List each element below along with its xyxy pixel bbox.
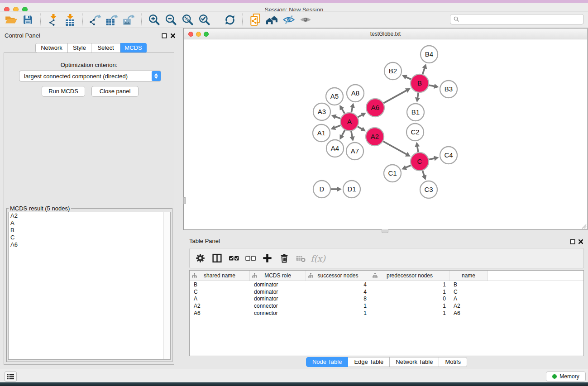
control-panel-float-icon[interactable] — [161, 33, 167, 38]
graph-node-C2[interactable]: C2 — [406, 124, 424, 141]
graph-node-C[interactable]: C — [411, 152, 429, 171]
zoom-fit-button[interactable] — [179, 13, 196, 27]
import-network-button[interactable] — [45, 13, 62, 27]
network-minimize-button[interactable] — [196, 32, 201, 37]
zoom-in-button[interactable] — [146, 13, 163, 27]
network-resize-grip[interactable] — [580, 223, 587, 229]
first-neighbors-button[interactable] — [263, 13, 280, 27]
zoom-selected-button[interactable] — [196, 13, 213, 27]
graph-edge-A6-B[interactable] — [383, 88, 410, 103]
table-cell[interactable]: dominator — [250, 295, 306, 302]
graph-node-B4[interactable]: B4 — [421, 46, 438, 63]
graph-edge-A-A7[interactable] — [350, 131, 355, 142]
table-row[interactable]: Cdominator41C — [190, 288, 583, 295]
mcds-result-item[interactable]: B — [9, 227, 170, 234]
column-header-MCDS-role[interactable]: MCDS role — [250, 271, 306, 281]
network-left-grip[interactable] — [183, 197, 186, 204]
table-row[interactable]: Bdominator41B — [190, 281, 583, 288]
toggle-panes-button[interactable] — [210, 251, 225, 266]
delete-column-button[interactable] — [277, 251, 292, 266]
table-row[interactable]: A2connector11A2 — [190, 302, 583, 310]
graph-edge-A-A2[interactable] — [358, 127, 366, 132]
graph-node-D[interactable]: D — [313, 181, 330, 198]
mcds-result-item[interactable]: C — [9, 234, 170, 241]
save-session-button[interactable] — [19, 13, 36, 27]
tab-node-table[interactable]: Node Table — [306, 357, 349, 367]
graph-node-B2[interactable]: B2 — [384, 62, 402, 80]
table-cell[interactable]: 1 — [370, 310, 449, 316]
run-mcds-button[interactable]: Run MCDS — [42, 86, 85, 97]
refresh-network-button[interactable] — [221, 13, 238, 27]
tab-mcds[interactable]: MCDS — [120, 43, 147, 53]
tab-style[interactable]: Style — [68, 43, 91, 53]
column-header-name[interactable]: name — [449, 271, 488, 281]
table-cell[interactable]: A6 — [449, 310, 488, 316]
open-session-button[interactable] — [3, 13, 19, 27]
task-history-button[interactable] — [5, 372, 17, 381]
table-row[interactable]: Adominator80A — [190, 295, 583, 303]
table-cell[interactable]: A2 — [190, 303, 250, 309]
mcds-result-item[interactable]: A2 — [9, 212, 170, 219]
mcds-list-scrollbar[interactable] — [163, 212, 170, 359]
table-settings-button[interactable] — [193, 251, 208, 266]
graph-edge-A-A8[interactable] — [350, 103, 355, 113]
graph-edge-B-B3[interactable] — [429, 84, 439, 89]
graph-node-A3[interactable]: A3 — [313, 103, 330, 120]
graph-edge-B-B2[interactable] — [402, 75, 411, 79]
table-cell[interactable]: 1 — [370, 289, 449, 295]
table-panel-close-icon[interactable] — [578, 238, 583, 244]
graph-edge-A2-C[interactable] — [383, 141, 411, 157]
table-cell[interactable]: 8 — [306, 295, 370, 302]
table-cell[interactable]: 1 — [306, 303, 370, 309]
session-search-field[interactable] — [450, 14, 584, 24]
graph-edge-A-A3[interactable] — [331, 114, 341, 119]
table-cell[interactable]: A — [449, 295, 488, 302]
graph-node-A2[interactable]: A2 — [366, 128, 384, 146]
optimization-criterion-select[interactable]: largest connected component (directed) — [19, 71, 161, 81]
graph-edge-B-B1[interactable] — [415, 93, 420, 102]
graph-edge-C-C4[interactable] — [429, 156, 439, 161]
table-cell[interactable]: 4 — [306, 289, 370, 295]
graph-node-C1[interactable]: C1 — [384, 165, 401, 182]
graph-edge-C-C1[interactable] — [402, 165, 411, 170]
export-table-button[interactable] — [104, 13, 120, 27]
tab-select[interactable]: Select — [91, 43, 120, 53]
export-network-button[interactable] — [87, 13, 104, 27]
hide-selected-button[interactable] — [280, 13, 297, 27]
tab-network-table[interactable]: Network Table — [390, 357, 439, 367]
mcds-result-item[interactable]: A6 — [9, 241, 170, 248]
table-cell[interactable]: C — [449, 289, 488, 295]
tab-edge-table[interactable]: Edge Table — [348, 357, 390, 367]
memory-button[interactable]: Memory — [546, 372, 586, 381]
graph-node-A5[interactable]: A5 — [326, 88, 343, 105]
graph-edge-B-B4[interactable] — [422, 64, 427, 74]
graph-edge-A-A5[interactable] — [339, 105, 344, 114]
table-cell[interactable]: 1 — [370, 303, 449, 309]
graph-edge-C-C2[interactable] — [415, 142, 420, 152]
graph-node-D1[interactable]: D1 — [343, 181, 360, 198]
mcds-result-item[interactable]: A — [9, 219, 170, 227]
add-column-button[interactable] — [260, 251, 275, 266]
tab-motifs[interactable]: Motifs — [439, 357, 467, 367]
close-panel-button[interactable]: Close panel — [91, 86, 139, 97]
graph-edge-A-A6[interactable] — [358, 113, 366, 117]
table-cell[interactable]: A — [190, 295, 250, 302]
column-header-successor-nodes[interactable]: successor nodes — [306, 271, 370, 281]
graph-edge-D-D1[interactable] — [331, 186, 342, 191]
tab-network[interactable]: Network — [35, 43, 68, 53]
export-image-button[interactable] — [120, 13, 137, 27]
table-cell[interactable]: 1 — [370, 281, 449, 288]
zoom-out-button[interactable] — [163, 13, 179, 27]
graph-node-B[interactable]: B — [411, 74, 429, 92]
table-cell[interactable]: connector — [250, 303, 306, 309]
table-cell[interactable]: A6 — [190, 310, 250, 316]
clone-network-button[interactable] — [247, 13, 263, 27]
table-cell[interactable]: dominator — [250, 289, 306, 295]
graph-node-A8[interactable]: A8 — [347, 85, 364, 102]
graph-node-A[interactable]: A — [340, 113, 359, 131]
column-header-shared-name[interactable]: shared name — [190, 271, 250, 281]
graph-node-B1[interactable]: B1 — [407, 104, 424, 121]
table-cell[interactable]: C — [190, 289, 250, 295]
table-cell[interactable]: connector — [250, 310, 306, 316]
graph-edge-C-C3[interactable] — [422, 171, 427, 180]
